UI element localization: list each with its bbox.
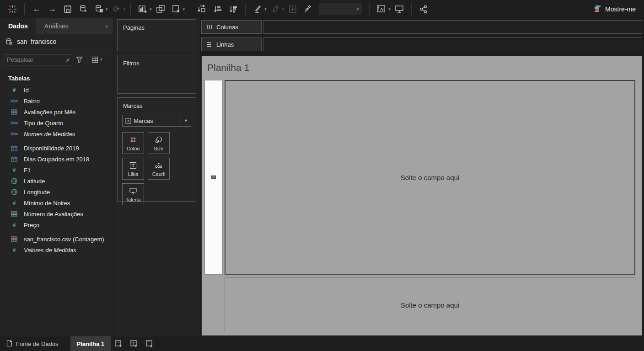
bottom-dropzone[interactable]: Solte o campo aqui: [225, 277, 635, 332]
marks-button-tooltip[interactable]: Talerta: [122, 183, 144, 205]
show-me-button[interactable]: Mostre-me: [590, 3, 639, 16]
field-item[interactable]: #Id: [0, 85, 113, 96]
field-item[interactable]: Longitude: [0, 186, 113, 197]
tableau-logo-icon[interactable]: [6, 3, 18, 15]
hash-field-icon: #: [8, 247, 20, 253]
highlight-caret[interactable]: ▾: [264, 7, 267, 11]
save-icon[interactable]: [62, 3, 74, 15]
hash-field-icon: #: [8, 200, 20, 206]
rows-shelf-dropzone[interactable]: [263, 37, 642, 51]
collapse-pane-chevron[interactable]: ‹: [100, 18, 113, 34]
marks-button-label: Talerta: [125, 197, 140, 202]
swap-axes-icon[interactable]: [196, 3, 208, 15]
fit-dropdown-caret[interactable]: ▾: [357, 7, 359, 11]
tables-header: Tabelas: [0, 69, 113, 85]
undo-back-icon[interactable]: ←: [31, 3, 43, 15]
field-label: Longitude: [24, 189, 50, 196]
highlight-pen-icon[interactable]: [252, 3, 263, 15]
datasource-icon: [5, 38, 13, 45]
divider: [87, 55, 87, 64]
fix-axes-pin-icon[interactable]: [302, 3, 314, 15]
fit-dropdown[interactable]: ▾: [319, 3, 362, 15]
hash-field-icon: #: [8, 222, 20, 228]
field-item[interactable]: Dias Ocupados em 2018: [0, 154, 113, 165]
presentation-mode-icon[interactable]: [393, 3, 405, 15]
detail-mark-icon: [155, 161, 163, 170]
view-options-icon[interactable]: [91, 56, 98, 63]
marks-button-size[interactable]: Size: [148, 132, 170, 154]
field-item[interactable]: san_francisco.csv (Contagem): [0, 234, 113, 245]
field-label: san_francisco.csv (Contagem): [24, 236, 104, 243]
field-item[interactable]: AbcTipo de Quarto: [0, 117, 113, 128]
pause-updates-caret[interactable]: ▾: [106, 7, 108, 11]
field-item[interactable]: AbcBairro: [0, 96, 113, 106]
mark-type-dropdown[interactable]: a Marcas ▼: [122, 115, 191, 127]
rows-shelf-label: Linhas: [201, 37, 262, 51]
field-label: Valores de Medidas: [24, 247, 76, 254]
datasource-item[interactable]: san_francisco: [0, 34, 113, 49]
field-item[interactable]: Latitude: [0, 176, 113, 186]
marks-card: Marcas a Marcas ▼ ColooSizeLiikaCaurilTa…: [117, 97, 196, 202]
search-input[interactable]: [7, 56, 66, 63]
color-mark-icon: [129, 135, 137, 144]
pause-updates-icon[interactable]: [93, 3, 105, 15]
duplicate-sheet-icon[interactable]: [155, 3, 166, 15]
redo-forward-icon[interactable]: →: [46, 3, 58, 15]
toolbar-separator: [245, 3, 246, 15]
sort-ascending-icon[interactable]: [212, 3, 224, 15]
sort-descending-icon[interactable]: [227, 3, 239, 15]
show-hide-cards-icon[interactable]: [376, 3, 387, 15]
marks-button-label: Size: [154, 146, 163, 151]
clear-sheet-caret[interactable]: ▾: [183, 7, 185, 11]
field-label: F1: [24, 167, 31, 174]
toolbar: ← → ▾ ⟳ ▾ ▾: [0, 0, 644, 18]
marks-button-color[interactable]: Coloo: [122, 132, 144, 154]
calendar-field-icon: [8, 156, 20, 162]
globe-field-icon: [8, 189, 20, 195]
field-item[interactable]: AbcNomes de Medidas: [0, 128, 113, 139]
columns-shelf-row: Colunas: [201, 20, 642, 34]
new-worksheet-tab-icon[interactable]: [111, 336, 126, 351]
hash-field-icon: #: [8, 87, 20, 93]
sheet-tab-planilha-1[interactable]: Planilha 1: [70, 336, 111, 351]
filter-fields-icon[interactable]: [76, 56, 83, 63]
row-header-strip: [204, 80, 223, 275]
field-item[interactable]: Disponibilidade 2019: [0, 143, 113, 154]
search-icon: ⌕: [66, 56, 70, 64]
tab-analytics[interactable]: Análises: [36, 18, 100, 34]
mark-type-caret[interactable]: ▼: [181, 115, 191, 126]
new-dashboard-tab-icon[interactable]: [126, 336, 142, 351]
search-box[interactable]: ⌕: [4, 54, 73, 65]
share-icon[interactable]: [418, 3, 429, 15]
show-hide-cards-caret[interactable]: ▾: [388, 7, 391, 11]
new-worksheet-caret[interactable]: ▾: [150, 7, 152, 11]
view-options-caret[interactable]: ▾: [100, 57, 102, 62]
marks-button-label[interactable]: Liika: [122, 158, 144, 180]
field-item[interactable]: Número de Avaliações: [0, 208, 113, 219]
table-field-icon: [8, 109, 20, 115]
tab-data[interactable]: Dados: [0, 18, 36, 34]
filters-title: Filtros: [118, 55, 196, 67]
pages-card[interactable]: Páginas: [117, 19, 196, 51]
clear-sheet-icon[interactable]: [170, 3, 182, 15]
field-item[interactable]: #Valores de Medidas: [0, 245, 113, 255]
field-list: #IdAbcBairroAvaliações por MêsAbcTipo de…: [0, 85, 113, 336]
marks-button-detail[interactable]: Cauril: [148, 158, 170, 180]
marks-button-label: Liika: [128, 171, 139, 177]
new-datasource-icon[interactable]: [77, 3, 89, 15]
field-item[interactable]: #F1: [0, 165, 113, 176]
field-label: Mínimo de Noites: [24, 200, 70, 207]
filters-card[interactable]: Filtros: [117, 55, 196, 94]
sheet-tab-label: Planilha 1: [77, 340, 105, 347]
columns-shelf-dropzone[interactable]: [263, 20, 642, 34]
columns-icon: [206, 24, 212, 30]
new-story-tab-icon[interactable]: [142, 336, 157, 351]
datasource-tab[interactable]: Fonte de Dados: [0, 336, 65, 351]
main-dropzone[interactable]: Solte o campo aqui: [225, 80, 635, 275]
new-worksheet-icon[interactable]: [137, 3, 149, 15]
field-item[interactable]: Avaliações por Mês: [0, 106, 113, 117]
field-item[interactable]: #Preço: [0, 219, 113, 230]
table-field-icon: [8, 236, 20, 242]
field-item[interactable]: #Mínimo de Noites: [0, 197, 113, 208]
field-label: Nomes de Medidas: [24, 131, 75, 138]
